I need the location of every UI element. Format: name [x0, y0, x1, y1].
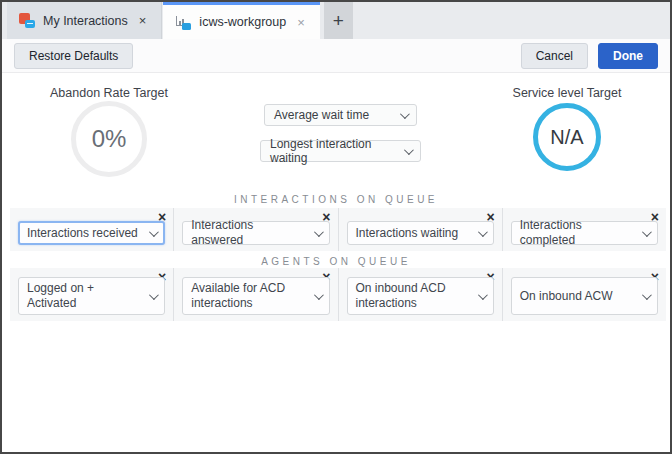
stat-dropdown-value: On inbound ACW: [520, 289, 613, 304]
done-button[interactable]: Done: [598, 43, 658, 69]
service-level-target-value: N/A: [550, 126, 583, 149]
workgroup-stats-icon: [175, 15, 191, 30]
stat-dropdown[interactable]: Interactions completed: [511, 221, 658, 245]
toolbar: Restore Defaults Cancel Done: [2, 39, 670, 73]
chevron-down-icon: [400, 109, 410, 119]
longest-waiting-value: Longest interaction waiting: [270, 137, 396, 165]
tab-label: icws-workgroup: [199, 15, 286, 29]
abandon-rate-target-label: Abandon Rate Target: [32, 86, 186, 100]
chevron-down-icon: [313, 290, 323, 300]
service-level-target-ring[interactable]: N/A: [533, 103, 601, 171]
close-icon[interactable]: ×: [136, 13, 150, 28]
stat-dropdown-value: Interactions received: [27, 226, 138, 241]
stat-cell: × On inbound ACW: [503, 268, 666, 321]
stat-dropdown-value: Available for ACD interactions: [191, 281, 305, 311]
new-tab-button[interactable]: +: [324, 2, 353, 39]
chevron-down-icon: [642, 290, 652, 300]
longest-waiting-dropdown[interactable]: Longest interaction waiting: [260, 140, 421, 162]
chevron-down-icon: [149, 227, 159, 237]
stat-cell: × Interactions answered: [174, 208, 338, 251]
interactions-on-queue-row: × Interactions received × Interactions a…: [10, 208, 666, 251]
stat-dropdown[interactable]: Interactions waiting: [347, 221, 494, 245]
chevron-down-icon: [149, 290, 159, 300]
wait-metric-dropdown[interactable]: Average wait time: [264, 104, 417, 126]
stat-dropdown[interactable]: Available for ACD interactions: [182, 277, 329, 315]
stat-dropdown-value: Interactions answered: [191, 218, 305, 248]
queue-settings-window: My Interactions × icws-workgroup × + Res…: [0, 0, 672, 454]
stat-dropdown-value: Logged on + Activated: [27, 281, 141, 311]
stat-cell: × Interactions received: [10, 208, 174, 251]
tab-icws-workgroup[interactable]: icws-workgroup ×: [163, 2, 319, 39]
restore-defaults-button[interactable]: Restore Defaults: [14, 43, 133, 69]
stat-dropdown-value: Interactions waiting: [356, 226, 459, 241]
stat-cell: × Interactions waiting: [339, 208, 503, 251]
stat-dropdown-value: Interactions completed: [520, 218, 634, 248]
chevron-down-icon: [478, 227, 488, 237]
tab-strip: My Interactions × icws-workgroup × +: [2, 2, 670, 39]
agents-on-queue-row: × Logged on + Activated × Available for …: [10, 268, 666, 321]
stat-dropdown-value: On inbound ACD interactions: [356, 281, 470, 311]
stat-cell: × Interactions completed: [503, 208, 666, 251]
stat-dropdown[interactable]: On inbound ACD interactions: [347, 277, 494, 315]
stat-cell: × On inbound ACD interactions: [339, 268, 503, 321]
close-icon[interactable]: ×: [294, 15, 308, 30]
stat-dropdown[interactable]: Interactions answered: [182, 221, 329, 245]
chevron-down-icon: [642, 227, 652, 237]
tab-label: My Interactions: [43, 14, 128, 28]
wait-metric-value: Average wait time: [274, 108, 369, 122]
section-title-agents-on-queue: AGENTS ON QUEUE: [2, 256, 670, 267]
chevron-down-icon: [478, 290, 488, 300]
stat-cell: × Available for ACD interactions: [174, 268, 338, 321]
stat-cell: × Logged on + Activated: [10, 268, 174, 321]
tab-my-interactions[interactable]: My Interactions ×: [7, 2, 162, 39]
interactions-icon: [19, 13, 35, 28]
chevron-down-icon: [313, 227, 323, 237]
cancel-button[interactable]: Cancel: [521, 43, 588, 69]
stat-dropdown[interactable]: Interactions received: [18, 221, 165, 245]
abandon-rate-target-value: 0%: [92, 125, 127, 153]
abandon-rate-target-ring[interactable]: 0%: [71, 101, 147, 177]
service-level-target-label: Service level Target: [490, 86, 644, 100]
chevron-down-icon: [404, 145, 414, 155]
stat-dropdown[interactable]: On inbound ACW: [511, 277, 658, 315]
section-title-interactions-on-queue: INTERACTIONS ON QUEUE: [2, 194, 670, 205]
stat-dropdown[interactable]: Logged on + Activated: [18, 277, 165, 315]
